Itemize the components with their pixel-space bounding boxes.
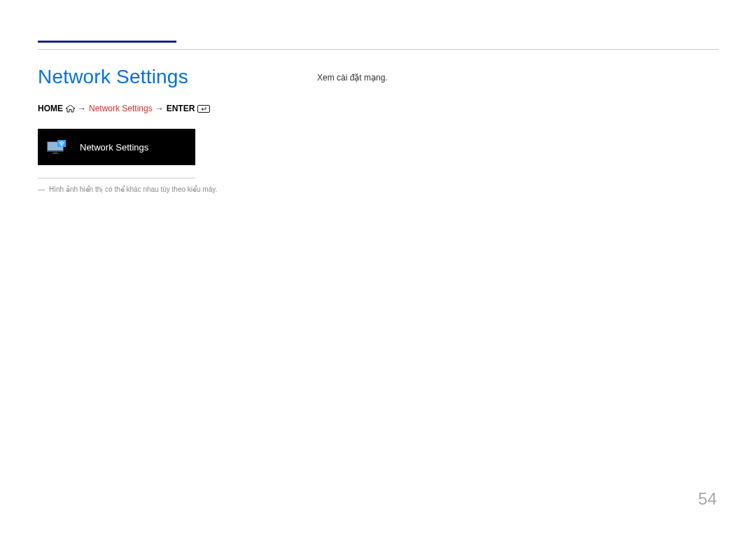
monitor-wifi-icon (46, 140, 66, 154)
page-title: Network Settings (38, 66, 281, 88)
arrow-icon: → (155, 104, 164, 113)
arrow-icon: → (78, 104, 86, 113)
breadcrumb-enter-label: ENTER (167, 104, 195, 113)
enter-icon (197, 104, 210, 113)
left-divider (38, 178, 195, 178)
breadcrumb-current: Network Settings (89, 104, 153, 113)
full-width-rule (176, 49, 718, 50)
svg-rect-0 (198, 106, 210, 113)
svg-point-6 (61, 146, 62, 147)
left-column: Network Settings HOME → Network Settings… (38, 66, 281, 193)
accent-rule-thin (38, 49, 176, 50)
document-page: Network Settings HOME → Network Settings… (0, 0, 756, 534)
breadcrumb-home-label: HOME (38, 104, 63, 113)
svg-rect-4 (52, 153, 59, 154)
content-columns: Network Settings HOME → Network Settings… (38, 66, 718, 193)
caption-note: ― Hình ảnh hiển thị có thể khác nhau tùy… (38, 185, 281, 193)
svg-rect-3 (53, 153, 57, 153)
dash-icon: ― (38, 185, 45, 193)
network-settings-menu-item: Network Settings (38, 129, 195, 165)
caption-text: Hình ảnh hiển thị có thể khác nhau tùy t… (49, 185, 217, 193)
header-rules (38, 41, 718, 50)
breadcrumb: HOME → Network Settings → ENTER (38, 104, 281, 113)
menu-card-label: Network Settings (80, 142, 148, 153)
body-text: Xem cài đặt mạng. (317, 73, 718, 83)
page-number: 54 (698, 489, 717, 509)
right-column: Xem cài đặt mạng. (317, 66, 718, 83)
home-icon (66, 104, 75, 113)
accent-bar (38, 41, 176, 43)
